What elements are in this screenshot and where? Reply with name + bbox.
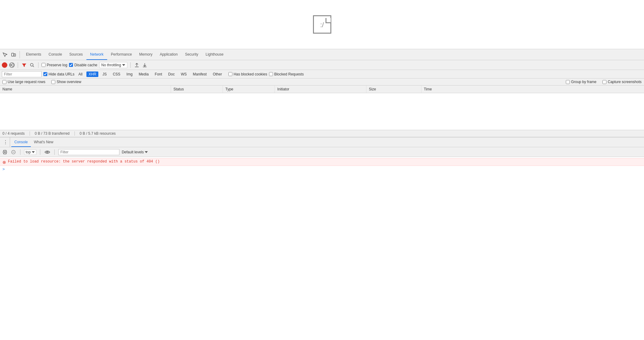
transferred-size: 0 B / 73 B transferred (35, 131, 70, 136)
console-more-icon[interactable]: ⋮ (1, 137, 10, 147)
console-error-line: ⊗ Failed to load resource: the server re… (0, 158, 644, 166)
tab-memory[interactable]: Memory (136, 49, 156, 60)
console-context-selector[interactable]: top (24, 149, 36, 155)
show-overview-label[interactable]: Show overview (51, 80, 81, 84)
toolbar-divider-3 (130, 62, 131, 68)
filter-input[interactable] (2, 71, 42, 77)
col-header-status[interactable]: Status (171, 86, 223, 93)
console-toolbar: top Default levels (0, 147, 644, 157)
error-circle-icon: ⊗ (2, 160, 6, 165)
devtools-panel: Elements Console Sources Network Perform… (0, 49, 644, 181)
tab-elements[interactable]: Elements (22, 49, 45, 60)
filter-media[interactable]: Media (136, 71, 151, 77)
blocked-requests-checkbox[interactable] (269, 72, 273, 76)
has-blocked-cookies-label[interactable]: Has blocked cookies (228, 72, 267, 76)
filter-doc[interactable]: Doc (166, 71, 177, 77)
svg-rect-0 (12, 53, 14, 56)
hide-data-urls-checkbox[interactable] (43, 72, 47, 76)
broken-page-icon: :/ (313, 15, 331, 34)
console-divider-2 (40, 149, 40, 155)
default-levels-button[interactable]: Default levels (122, 150, 148, 154)
resources-size: 0 B / 5.7 kB resources (80, 131, 116, 136)
col-header-name[interactable]: Name (0, 86, 171, 93)
console-tab-console[interactable]: Console (11, 137, 31, 147)
filter-manifest[interactable]: Manifest (191, 71, 209, 77)
console-filter-input[interactable] (58, 149, 119, 155)
options-row: Use large request rows Show overview Gro… (0, 79, 644, 86)
console-prompt-line[interactable]: > (0, 166, 644, 172)
network-toolbar: Preserve log Disable cache No throttling (0, 60, 644, 70)
tab-network[interactable]: Network (86, 49, 107, 60)
col-header-type[interactable]: Type (223, 86, 275, 93)
console-output: ⊗ Failed to load resource: the server re… (0, 157, 644, 181)
show-overview-checkbox[interactable] (51, 80, 55, 84)
tab-security[interactable]: Security (181, 49, 202, 60)
tab-console[interactable]: Console (45, 49, 66, 60)
tab-lighthouse[interactable]: Lighthouse (202, 49, 227, 60)
svg-point-2 (31, 63, 33, 66)
has-blocked-cookies-checkbox[interactable] (228, 72, 232, 76)
disable-cache-checkbox[interactable] (69, 63, 73, 67)
filter-all[interactable]: All (76, 71, 85, 77)
console-section: ⋮ Console What's New (0, 137, 644, 181)
col-header-size[interactable]: Size (366, 86, 421, 93)
console-divider-3 (54, 149, 55, 155)
toolbar-divider-1 (18, 62, 18, 68)
group-by-frame-checkbox[interactable] (566, 80, 570, 84)
use-large-rows-label[interactable]: Use large request rows (2, 80, 45, 84)
filter-font[interactable]: Font (153, 71, 164, 77)
record-button[interactable] (2, 62, 7, 68)
throttle-selector[interactable]: No throttling (99, 62, 128, 68)
svg-point-9 (46, 151, 48, 153)
select-element-icon[interactable] (1, 51, 9, 58)
tab-application[interactable]: Application (156, 49, 181, 60)
col-header-time[interactable]: Time (421, 86, 644, 93)
group-by-frame-label[interactable]: Group by frame (566, 80, 596, 84)
search-icon[interactable] (29, 62, 35, 68)
network-table: Name Status Type Initiator Size Time (0, 86, 644, 130)
tab-sources[interactable]: Sources (66, 49, 86, 60)
use-large-rows-checkbox[interactable] (2, 80, 6, 84)
page-area: :/ (0, 0, 644, 49)
filter-ws[interactable]: WS (179, 71, 189, 77)
console-eye-icon[interactable] (44, 150, 51, 155)
console-tabs: ⋮ Console What's New (0, 137, 644, 147)
status-divider-1 (30, 131, 30, 136)
console-clear-icon[interactable] (2, 149, 8, 155)
capture-screenshots-checkbox[interactable] (602, 80, 606, 84)
filter-img[interactable]: Img (124, 71, 135, 77)
filter-xhr[interactable]: XHR (86, 71, 98, 77)
options-right: Group by frame Capture screenshots (566, 80, 642, 84)
preserve-log-checkbox[interactable] (42, 63, 45, 67)
prompt-arrow-icon: > (2, 167, 5, 171)
upload-icon[interactable] (134, 62, 140, 68)
svg-rect-1 (14, 54, 16, 56)
preserve-log-label[interactable]: Preserve log (42, 63, 67, 67)
console-stop-icon[interactable] (10, 149, 16, 155)
status-bar: 0 / 4 requests 0 B / 73 B transferred 0 … (0, 130, 644, 137)
download-icon[interactable] (142, 62, 148, 68)
stop-recording-button[interactable] (9, 62, 15, 68)
console-tab-whatsnew[interactable]: What's New (31, 137, 56, 147)
capture-screenshots-label[interactable]: Capture screenshots (602, 80, 642, 84)
svg-line-3 (33, 66, 34, 67)
col-header-initiator[interactable]: Initiator (275, 86, 366, 93)
console-divider (20, 149, 20, 155)
filter-js[interactable]: JS (100, 71, 109, 77)
tab-performance[interactable]: Performance (107, 49, 136, 60)
table-header: Name Status Type Initiator Size Time (0, 86, 644, 93)
table-body (0, 93, 644, 130)
filter-css[interactable]: CSS (111, 71, 122, 77)
status-divider-2 (75, 131, 75, 136)
filter-bar: Hide data URLs All XHR JS CSS Img Media … (0, 70, 644, 79)
broken-face-icon: :/ (320, 21, 324, 29)
disable-cache-label[interactable]: Disable cache (69, 63, 97, 67)
device-toggle-icon[interactable] (10, 51, 17, 58)
filter-icon[interactable] (21, 62, 27, 68)
devtools-tabs: Elements Console Sources Network Perform… (22, 49, 227, 60)
blocked-requests-label[interactable]: Blocked Requests (269, 72, 304, 76)
devtools-tools (1, 51, 20, 58)
devtools-tab-bar: Elements Console Sources Network Perform… (0, 49, 644, 60)
hide-data-urls-label[interactable]: Hide data URLs (43, 72, 75, 76)
filter-other[interactable]: Other (211, 71, 224, 77)
